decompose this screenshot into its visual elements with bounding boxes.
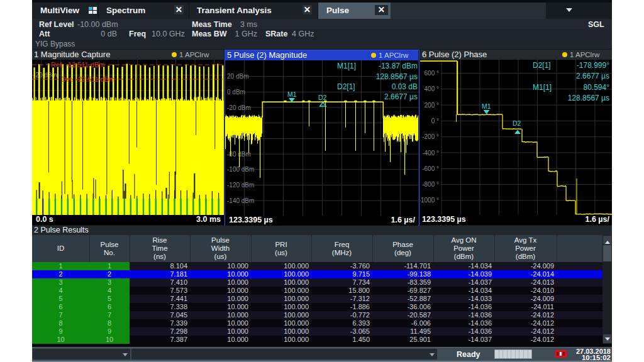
svg-text:M1: M1 — [482, 102, 491, 110]
svg-text:-800 °: -800 ° — [422, 181, 439, 188]
svg-text:-200 °: -200 ° — [422, 133, 439, 140]
svg-text:-20 dBm: -20 dBm — [227, 104, 251, 111]
svg-text:Ref. -12.511 dBm: Ref. -12.511 dBm — [51, 61, 104, 69]
svg-text:200 °: 200 ° — [425, 102, 439, 109]
svg-text:-1000 °: -1000 ° — [420, 197, 439, 204]
svg-text:-100 dBm: -100 dBm — [227, 166, 254, 173]
svg-text:Det. -22.511 dBm: Det. -22.511 dBm — [61, 75, 114, 83]
svg-text:-120 dBm: -120 dBm — [227, 182, 254, 189]
svg-text:-140 dBm: -140 dBm — [227, 197, 254, 204]
svg-text:0 °: 0 ° — [431, 118, 439, 124]
svg-text:D2: D2 — [513, 119, 521, 127]
svg-text:-400 °: -400 ° — [422, 150, 439, 156]
svg-text:-600 °: -600 ° — [422, 165, 439, 172]
